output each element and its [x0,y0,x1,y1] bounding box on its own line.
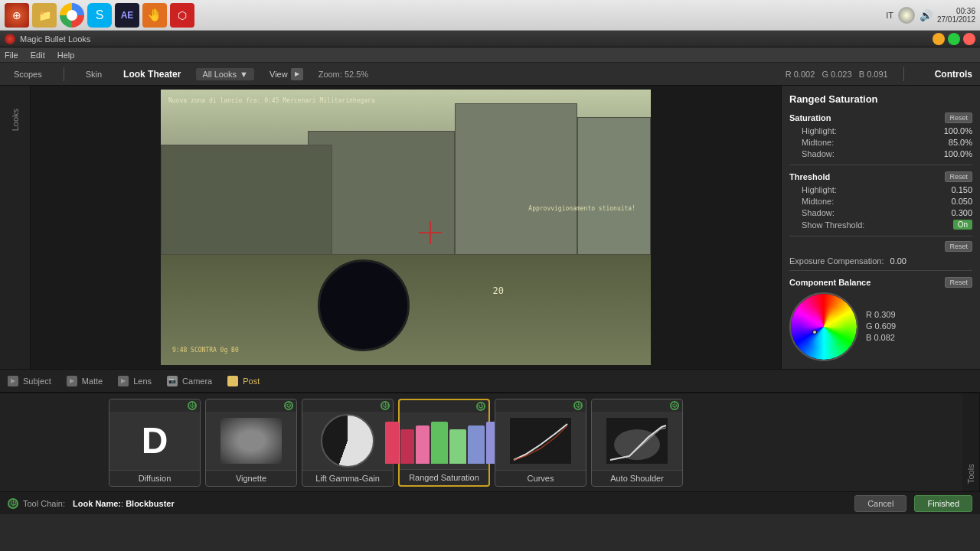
tool-card-lgg-label: Lift Gamma-Gain [302,470,393,486]
tool-card-rs-header: ⏻ [400,400,488,412]
menu-edit[interactable]: Edit [31,51,45,60]
taskbar: ⊕ 📁 S AE 🤚 ⬡ IT 🔊 00:36 27/01/2012 [0,0,980,31]
post-icon [227,376,238,386]
taskbar-icon-folder[interactable]: 📁 [32,3,57,28]
wheel-center [801,304,847,350]
tool-card-auto-shoulder[interactable]: ⏻ Auto Shoulder [591,399,683,487]
reset-st-button[interactable]: Reset [945,241,972,252]
toolchain-post[interactable]: Post [227,376,260,386]
play-icon[interactable]: ▶ [291,68,303,80]
target-reticle [419,221,442,244]
thr-highlight-row: Highlight: 0.150 [789,185,972,194]
power-icon-as: ⏻ [670,401,679,410]
reset-saturation-button[interactable]: Reset [945,112,972,123]
tool-card-lift-gamma-gain[interactable]: ⏻ Lift Gamma-Gain [302,399,394,487]
tool-card-rs-content [400,412,488,469]
sat-bar-3 [416,425,430,464]
taskbar-icon-app[interactable]: ⬡ [170,3,194,28]
preview-bottom: 9:48 SCONTRA 0g B0 [172,347,239,354]
skin-button[interactable]: Skin [80,68,108,80]
wheel-rgb-values: R 0.309 G 0.609 B 0.082 [866,310,896,344]
finished-button[interactable]: Finished [914,495,972,512]
tool-card-rs-label: Ranged Saturation [400,469,488,485]
statusbar: ⏻ Tool Chain: Look Name:: Blockbuster Ca… [0,491,980,514]
divider-1 [789,165,972,165]
tool-card-vignette-content [206,412,296,470]
tool-card-curves-label: Curves [495,470,586,486]
game-scene: Nuova zona di lancio fra: 0:45 Mercenari… [161,90,651,365]
maximize-button[interactable] [948,33,960,45]
status-chain: ⏻ Tool Chain: [8,498,65,509]
tool-card-vignette[interactable]: ⏻ Vignette [205,399,297,487]
sat-bar-4 [431,422,448,464]
sat-highlight-row: Highlight: 100.0% [789,126,972,135]
tool-card-diffusion-header: ⏻ [109,399,200,412]
looks-sidebar: Looks [0,86,31,369]
look-name: Look Name:: Blockbuster [73,499,175,508]
tool-card-ranged-saturation[interactable]: ⏻ Ranged Saturation [398,399,490,487]
taskbar-icon-start[interactable]: ⊕ [5,3,29,28]
look-theater-button[interactable]: Look Theater [123,69,181,80]
cancel-button[interactable]: Cancel [854,495,906,512]
tool-card-lgg-content [302,412,393,470]
toolbar: Scopes Skin Look Theater All Looks ▼ Vie… [0,63,980,86]
tool-card-curves[interactable]: ⏻ Curves [495,399,586,487]
power-icon-lgg: ⏻ [381,401,390,410]
tool-card-diffusion[interactable]: ⏻ D Diffusion [109,399,201,487]
taskbar-icon-ae[interactable]: AE [115,3,139,28]
close-button[interactable] [963,33,975,45]
app-icon [5,34,15,44]
camera-icon: 📷 [167,376,178,386]
tool-card-lgg-header: ⏻ [302,399,393,412]
component-balance-header: Component Balance Reset [789,277,972,288]
power-icon-curves: ⏻ [573,401,583,410]
subject-icon: ▶ [8,376,18,386]
menu-help[interactable]: Help [57,51,75,60]
toolbar-sep2 [903,67,904,81]
taskbar-icon-skype[interactable]: S [87,3,112,28]
autoshoulder-svg [606,418,668,464]
taskbar-right: IT 🔊 00:36 27/01/2012 [886,7,975,24]
menu-file[interactable]: File [5,51,18,60]
toolchain-lens[interactable]: ▶ Lens [118,376,152,386]
show-threshold-row: Show Threshold: On [789,220,972,230]
pie-chart [321,414,374,468]
taskbar-icon-chrome[interactable] [60,3,84,28]
diffusion-letter: D [142,419,168,461]
divider-3 [789,270,972,271]
zoom-info: Zoom: 52.5% [318,70,368,79]
sat-shadow-row: Shadow: 100.0% [789,149,972,158]
matte-icon: ▶ [67,376,77,386]
app-titlebar: Magic Bullet Looks [0,31,980,47]
main-area: Looks Nuova zona di lancio fra: 0 [0,86,980,369]
tool-card-vignette-header: ⏻ [206,399,296,412]
divider-2 [789,236,972,236]
reset-cb-button[interactable]: Reset [945,277,972,288]
reset-threshold-button[interactable]: Reset [945,171,972,182]
sat-bar-6 [468,425,485,464]
taskbar-lang: IT [886,11,893,20]
tool-card-as-content [592,412,682,470]
all-looks-dropdown[interactable]: All Looks ▼ [196,68,254,80]
exposure-row: Exposure Compensation: 0.00 [789,256,972,266]
window-controls [933,33,975,45]
sat-midtone-row: Midtone: 85.0% [789,138,972,147]
rgb-readout: R 0.002 G 0.023 B 0.091 [786,70,888,79]
sat-bar-1 [385,422,399,464]
wheel-indicator [812,330,817,334]
saturation-section: Saturation Reset Highlight: 100.0% Midto… [789,112,972,158]
color-wheel[interactable] [789,292,858,361]
menubar: File Edit Help [0,47,980,63]
taskbar-icon-hand[interactable]: 🤚 [142,3,167,28]
preview-hud: Nuova zona di lancio fra: 0:45 Mercenari… [168,97,375,104]
view-button[interactable]: View ▶ [270,68,303,80]
toolchain-camera[interactable]: 📷 Camera [167,376,212,386]
chain-power-icon: ⏻ [8,498,18,509]
minimize-button[interactable] [933,33,945,45]
toolchain-matte[interactable]: ▶ Matte [67,376,103,386]
tools-label: Tools [962,393,980,491]
vignette-preview [220,418,282,464]
saturation-header: Saturation Reset [789,112,972,123]
scopes-button[interactable]: Scopes [8,68,48,80]
toolchain-subject[interactable]: ▶ Subject [8,376,51,386]
